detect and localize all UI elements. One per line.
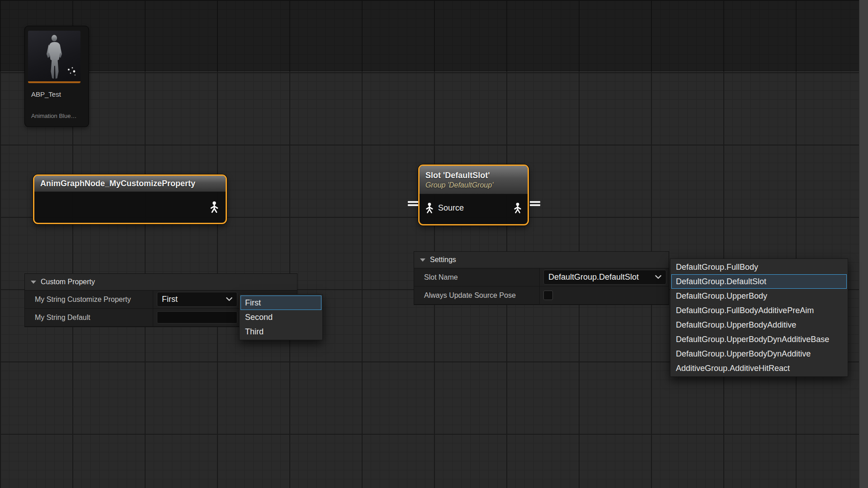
menu-item-first[interactable]: First — [241, 296, 321, 310]
settings-panel: Settings Slot Name DefaultGroup.DefaultS… — [414, 252, 669, 305]
dropdown-value: DefaultGroup.DefaultSlot — [548, 272, 639, 282]
slot-name-dropdown[interactable]: DefaultGroup.DefaultSlot — [543, 270, 666, 285]
node-title: AnimGraphNode_MyCustomizeProperty — [40, 179, 220, 188]
pose-output-pin-person-icon[interactable] — [209, 201, 219, 213]
my-string-customize-property-dropdown[interactable]: First — [157, 292, 237, 307]
triangle-down-icon — [420, 258, 425, 262]
menu-item-fullbodyadditivepreaim[interactable]: DefaultGroup.FullBodyAdditivePreAim — [671, 303, 847, 318]
wire-stub-left — [408, 201, 418, 203]
wire-stub-right — [530, 201, 540, 203]
row-always-update-source-pose: Always Update Source Pose — [414, 286, 669, 305]
graph-right-edge-strip — [859, 0, 868, 488]
mannequin-figure-icon — [41, 33, 67, 80]
node-slot-defaultslot[interactable]: Slot 'DefaultSlot' Group 'DefaultGroup' … — [418, 164, 529, 225]
asset-color-stripe — [28, 81, 80, 83]
asset-thumbnail — [28, 31, 80, 83]
asset-type-label: Animation Blue… — [31, 113, 76, 119]
property-value-cell — [540, 286, 669, 304]
source-input-pin-person-icon[interactable] — [425, 202, 434, 213]
dropdown-value: First — [162, 295, 178, 304]
node-subtitle: Group 'DefaultGroup' — [425, 181, 522, 189]
node-body: Source — [420, 194, 528, 221]
menu-item-upperbody[interactable]: DefaultGroup.UpperBody — [671, 289, 847, 303]
chevron-down-icon — [655, 275, 661, 279]
section-title: Custom Property — [41, 278, 95, 286]
menu-item-upperbodydynadditive[interactable]: DefaultGroup.UpperBodyDynAdditive — [671, 347, 847, 361]
node-title: Slot 'DefaultSlot' — [425, 171, 522, 180]
slot-name-dropdown-menu: DefaultGroup.FullBody DefaultGroup.Defau… — [670, 258, 848, 377]
node-header[interactable]: AnimGraphNode_MyCustomizeProperty — [34, 176, 226, 192]
property-label: My String Customize Property — [25, 291, 153, 308]
menu-item-upperbodyadditive[interactable]: DefaultGroup.UpperBodyAdditive — [671, 318, 847, 332]
custom-property-dropdown-menu: First Second Third — [239, 294, 323, 340]
row-slot-name: Slot Name DefaultGroup.DefaultSlot — [414, 268, 669, 286]
property-label: My String Default — [25, 309, 153, 326]
wire-stub-right — [530, 204, 540, 206]
source-pin-label: Source — [438, 203, 464, 213]
property-label: Always Update Source Pose — [414, 286, 540, 304]
blueprint-graph-canvas[interactable] — [0, 0, 868, 488]
my-string-default-input[interactable] — [157, 311, 237, 324]
sparkle-icon — [65, 65, 79, 79]
property-label: Slot Name — [414, 268, 540, 286]
menu-item-third[interactable]: Third — [241, 324, 321, 339]
wire-stub-left — [408, 204, 418, 206]
node-header[interactable]: Slot 'DefaultSlot' Group 'DefaultGroup' — [420, 166, 528, 194]
property-value-cell: DefaultGroup.DefaultSlot — [540, 268, 669, 286]
always-update-source-pose-checkbox[interactable] — [543, 291, 553, 300]
node-body — [34, 192, 226, 221]
menu-item-additivehitreact[interactable]: AdditiveGroup.AdditiveHitReact — [671, 361, 847, 375]
node-animgraphnode-mycustomizeproperty[interactable]: AnimGraphNode_MyCustomizeProperty — [33, 174, 227, 224]
triangle-down-icon — [31, 281, 36, 284]
settings-section-header[interactable]: Settings — [414, 252, 669, 268]
section-title: Settings — [430, 256, 456, 264]
asset-title: ABP_Test — [31, 90, 61, 98]
custom-property-section-header[interactable]: Custom Property — [25, 274, 297, 291]
asset-card-abp-test[interactable]: ABP_Test Animation Blue… — [25, 26, 89, 127]
menu-item-defaultslot[interactable]: DefaultGroup.DefaultSlot — [671, 274, 847, 289]
chevron-down-icon — [226, 297, 232, 301]
menu-item-second[interactable]: Second — [241, 310, 321, 324]
menu-item-fullbody[interactable]: DefaultGroup.FullBody — [671, 260, 847, 274]
graph-top-shade — [0, 0, 868, 71]
pose-output-pin-person-icon[interactable] — [513, 202, 522, 213]
menu-item-upperbodydynadditivebase[interactable]: DefaultGroup.UpperBodyDynAdditiveBase — [671, 332, 847, 347]
